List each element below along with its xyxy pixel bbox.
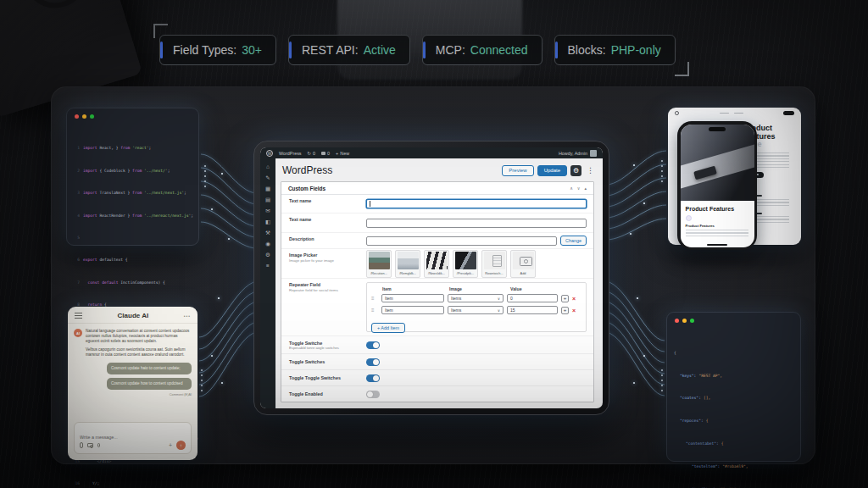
updates-indicator[interactable]: ↻ 0 — [308, 151, 316, 156]
home-indicator[interactable] — [707, 244, 727, 246]
wordpress-admin-screen: W WordPress ↻ 0 0 + New Howdy, Admin — [260, 147, 603, 408]
image-select[interactable]: Items∨ — [448, 306, 504, 314]
settings-icon[interactable]: ≡ — [266, 263, 270, 269]
minimize-icon[interactable] — [82, 114, 86, 119]
update-button[interactable]: Update — [537, 165, 567, 176]
maximize-icon[interactable] — [690, 319, 694, 323]
drag-handle-icon[interactable]: ≡ — [371, 296, 378, 301]
thumbnail-caption: /Presidpik... — [455, 269, 476, 275]
dashboard-icon[interactable]: ⌂ — [266, 164, 270, 170]
badge-accent-bar — [555, 42, 558, 58]
toggle-rows: Toggle Switche Espesabld tonre aogle swi… — [281, 336, 593, 402]
add-icon[interactable]: + — [169, 442, 172, 448]
image-thumbnail[interactable]: Rowntoich... — [481, 250, 507, 278]
item-input[interactable]: Item — [381, 306, 444, 314]
comment-bubble-icon — [321, 152, 326, 155]
nav-link[interactable] — [734, 113, 743, 114]
pages-icon[interactable]: ▤ — [265, 197, 270, 203]
badge-value: Active — [364, 43, 396, 57]
hamburger-menu-icon[interactable] — [75, 313, 82, 319]
attachment-icon[interactable] — [80, 442, 83, 448]
claude-title: Claude AI — [118, 312, 149, 319]
close-icon[interactable] — [75, 114, 79, 119]
toggle-switch[interactable] — [366, 391, 380, 398]
plugins-icon[interactable]: ⚒ — [265, 230, 270, 236]
more-options-icon[interactable]: ⋮ — [587, 166, 594, 175]
value-input[interactable]: 15 — [507, 306, 558, 314]
add-item-button[interactable]: + Add Item — [371, 323, 405, 333]
text-input[interactable] — [366, 219, 587, 228]
drag-handle-icon[interactable]: ≡ — [371, 308, 378, 313]
image-thumbnail[interactable]: Add — [510, 250, 536, 278]
appearance-icon[interactable]: ◧ — [265, 219, 270, 225]
status-badge: MCP: Connected — [422, 35, 542, 65]
code-line: 1 import React, } from 'react'; — [73, 146, 193, 152]
text-input-focused[interactable] — [366, 199, 587, 208]
column-header-image: Image — [449, 286, 510, 291]
message-input[interactable] — [80, 435, 186, 440]
toggle-switch[interactable] — [366, 374, 380, 382]
image-thumbnail[interactable]: /Presidpik... — [453, 250, 478, 278]
editor-toolbar: WordPress Preview Update ⚙ ⋮ — [275, 158, 603, 181]
posts-icon[interactable]: ✎ — [265, 175, 270, 181]
account-area[interactable]: Howdy, Admin — [559, 150, 597, 157]
nav-link[interactable] — [720, 113, 729, 114]
delete-row-button[interactable]: × — [572, 296, 576, 302]
maximize-icon[interactable] — [90, 114, 94, 119]
value-input[interactable]: 0 — [507, 294, 558, 302]
site-name-link[interactable]: WordPress — [279, 151, 302, 156]
code-text: export defaultext { — [83, 258, 128, 263]
send-button[interactable]: ↑ — [176, 441, 186, 450]
message-input-box[interactable]: + ↑ — [74, 422, 192, 454]
minimize-icon[interactable] — [682, 319, 687, 323]
description-input[interactable] — [366, 236, 557, 246]
badge-label: Field Types: — [173, 43, 236, 57]
preview-button[interactable]: Preview — [502, 165, 533, 176]
phone-screen: Product Features Product Features — [681, 125, 754, 247]
users-icon[interactable]: ◉ — [265, 241, 270, 247]
panel-header[interactable]: Custom Fields ∧∨▴ — [281, 182, 593, 195]
json-code-window: { "keys":"REST AP", "coates":[], "repoce… — [666, 312, 801, 462]
item-input[interactable]: Item — [381, 294, 444, 302]
collapse-up-icon[interactable]: ∧ — [570, 186, 573, 191]
more-menu-icon[interactable]: ••• — [184, 313, 191, 319]
thumbnail-image — [398, 252, 419, 269]
add-row-button[interactable]: + — [561, 295, 569, 302]
media-icon[interactable]: ▦ — [265, 186, 270, 192]
toggle-switch[interactable] — [366, 341, 380, 349]
header-cta-button[interactable] — [783, 111, 794, 116]
badge-value: 30+ — [242, 43, 262, 57]
comments-count: 0 — [327, 151, 330, 156]
delete-row-button[interactable]: × — [572, 308, 576, 313]
settings-gear-button[interactable]: ⚙ — [570, 165, 581, 176]
add-row-button[interactable]: + — [561, 307, 569, 314]
image-select[interactable]: Items∨ — [448, 294, 504, 302]
comments-indicator[interactable]: 0 — [321, 151, 330, 156]
image-thumbnail[interactable]: /Remgldk... — [395, 250, 420, 278]
thumbnail-caption: Add — [513, 269, 534, 275]
collapse-down-icon[interactable]: ∨ — [577, 186, 581, 191]
phone-content: Product Features Product Features — [681, 201, 754, 238]
image-thumbnail[interactable]: /Newsldik... — [424, 250, 449, 278]
wordpress-logo-icon[interactable]: W — [266, 150, 273, 157]
toggle-switch[interactable] — [366, 358, 380, 366]
camera-icon[interactable] — [87, 443, 93, 447]
toggle-label: Toggle Toggle Switches — [289, 375, 361, 380]
line-number: 7 — [73, 280, 80, 286]
new-content-link[interactable]: + New — [336, 151, 349, 156]
change-button[interactable]: Change — [560, 236, 587, 246]
status-badge: REST API: Active — [288, 35, 410, 65]
panel-toggle-icon[interactable]: ▴ — [584, 186, 587, 191]
claude-header: Claude AI ••• — [68, 307, 198, 324]
microphone-icon[interactable] — [97, 443, 100, 447]
code-line: 3 import TranslaNext } from '../next/nex… — [73, 191, 193, 197]
close-icon[interactable] — [675, 319, 679, 323]
code-editor-window: 1 import React, } from 'react'; 2 import… — [66, 108, 199, 246]
chevron-down-icon: ∨ — [498, 308, 500, 313]
line-number: 5 — [73, 236, 80, 241]
comments-icon[interactable]: ✉ — [265, 208, 270, 214]
field-row-text-2: Text name — [281, 214, 593, 233]
tools-icon[interactable]: ⚙ — [265, 252, 270, 258]
field-sublabel: Repeater field for social items — [289, 288, 361, 292]
image-thumbnail[interactable]: /Recution... — [366, 250, 392, 278]
